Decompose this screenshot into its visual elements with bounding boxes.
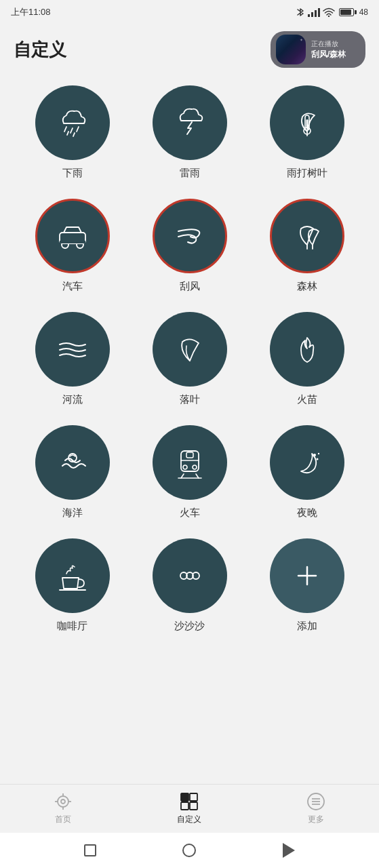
grid-item-wind[interactable]: 刮风	[153, 199, 227, 293]
label-fire: 火苗	[297, 393, 317, 406]
thunderstorm-icon	[172, 104, 208, 141]
square-icon	[84, 844, 96, 856]
signal-icon	[308, 7, 320, 17]
grid-item-train[interactable]: 火车	[153, 425, 227, 519]
sound-grid: 下雨 雷雨	[20, 85, 359, 633]
svg-line-27	[181, 474, 184, 478]
grid-item-river[interactable]: 河流	[35, 312, 110, 406]
forest-icon	[289, 218, 325, 254]
svg-line-28	[196, 474, 199, 478]
status-bar: 上午11:08 48	[0, 0, 379, 24]
now-playing-track: 刮风/森林	[311, 49, 346, 60]
svg-line-7	[77, 127, 79, 132]
svg-rect-13	[306, 119, 308, 129]
circle-rain	[35, 85, 110, 160]
custom-nav-icon	[180, 792, 199, 811]
svg-line-5	[64, 127, 66, 132]
train-icon	[172, 444, 208, 481]
grid-item-leaf[interactable]: 落叶	[153, 312, 227, 406]
svg-point-32	[317, 453, 319, 454]
system-home-button[interactable]	[182, 843, 197, 858]
svg-point-23	[183, 465, 187, 469]
svg-rect-48	[190, 802, 197, 810]
svg-point-40	[61, 800, 65, 804]
night-icon	[289, 444, 325, 481]
noise-icon	[172, 557, 208, 594]
wind-icon	[172, 218, 208, 254]
circle-noise	[153, 538, 227, 613]
svg-point-39	[58, 796, 68, 807]
bottom-nav: 首页 自定义 更多	[0, 784, 379, 833]
now-playing-thumbnail	[276, 35, 306, 64]
grid-item-rain[interactable]: 下雨	[35, 85, 110, 180]
grid-item-ocean[interactable]: 海洋	[35, 425, 110, 519]
label-ocean: 海洋	[62, 507, 83, 519]
circle-leaf	[153, 312, 227, 387]
home-circle-icon	[182, 844, 196, 857]
circle-train	[153, 425, 227, 500]
header: 自定义 正在播放 刮风/森林	[0, 24, 379, 79]
label-cafe: 咖啡厅	[57, 620, 87, 633]
nav-custom-label: 自定义	[177, 814, 201, 825]
battery-icon	[339, 8, 354, 16]
svg-rect-45	[181, 793, 188, 801]
system-recents-button[interactable]	[281, 843, 296, 858]
circle-fire	[270, 312, 344, 387]
circle-night	[270, 425, 344, 500]
label-train: 火车	[180, 507, 200, 519]
page-title: 自定义	[14, 38, 66, 62]
circle-car	[35, 199, 110, 273]
label-leaf: 落叶	[180, 393, 200, 406]
grid-item-thunderstorm[interactable]: 雷雨	[153, 85, 227, 180]
now-playing-widget[interactable]: 正在播放 刮风/森林	[271, 31, 365, 68]
svg-rect-3	[318, 8, 320, 17]
svg-rect-17	[60, 241, 85, 243]
svg-point-4	[327, 16, 329, 17]
car-icon	[54, 218, 91, 254]
status-time: 上午11:08	[11, 6, 51, 18]
river-icon	[54, 331, 91, 368]
svg-point-30	[313, 454, 316, 456]
label-noise: 沙沙沙	[174, 620, 205, 633]
label-rain: 下雨	[62, 167, 83, 180]
circle-ocean	[35, 425, 110, 500]
grid-item-forest[interactable]: 森林	[270, 199, 344, 293]
home-nav-icon	[54, 792, 73, 811]
svg-rect-0	[308, 14, 310, 17]
circle-cafe	[35, 538, 110, 613]
svg-rect-46	[190, 793, 197, 801]
system-back-button[interactable]	[83, 843, 98, 858]
nav-custom[interactable]: 自定义	[126, 790, 252, 827]
label-forest: 森林	[297, 280, 317, 293]
label-thunderstorm: 雷雨	[180, 167, 200, 180]
svg-line-6	[71, 128, 73, 133]
grid-item-noise[interactable]: 沙沙沙	[153, 538, 227, 633]
more-nav-icon	[306, 792, 325, 811]
grid-item-rain-leaves[interactable]: 雨打树叶	[270, 85, 344, 180]
grid-item-cafe[interactable]: 咖啡厅	[35, 538, 110, 633]
circle-rain-leaves	[270, 85, 344, 160]
svg-rect-1	[311, 12, 313, 17]
nav-more[interactable]: 更多	[253, 790, 379, 827]
nav-home-label: 首页	[55, 814, 71, 825]
system-nav-bar	[0, 833, 379, 868]
svg-point-31	[316, 458, 318, 460]
svg-rect-26	[186, 452, 193, 458]
rain-icon	[54, 104, 91, 141]
label-rain-leaves: 雨打树叶	[287, 167, 327, 180]
label-add: 添加	[297, 620, 317, 633]
label-river: 河流	[62, 393, 83, 406]
grid-item-car[interactable]: 汽车	[35, 199, 110, 293]
cafe-icon	[54, 557, 91, 594]
svg-line-9	[73, 133, 75, 136]
rain-leaves-icon	[289, 104, 325, 141]
grid-item-fire[interactable]: 火苗	[270, 312, 344, 406]
grid-item-add[interactable]: 添加	[270, 538, 344, 633]
back-triangle-icon	[283, 843, 295, 858]
grid-item-night[interactable]: 夜晚	[270, 425, 344, 519]
add-icon	[289, 557, 325, 594]
label-wind: 刮风	[180, 280, 200, 293]
circle-add	[270, 538, 344, 613]
svg-point-24	[193, 465, 197, 469]
nav-home[interactable]: 首页	[0, 790, 126, 827]
